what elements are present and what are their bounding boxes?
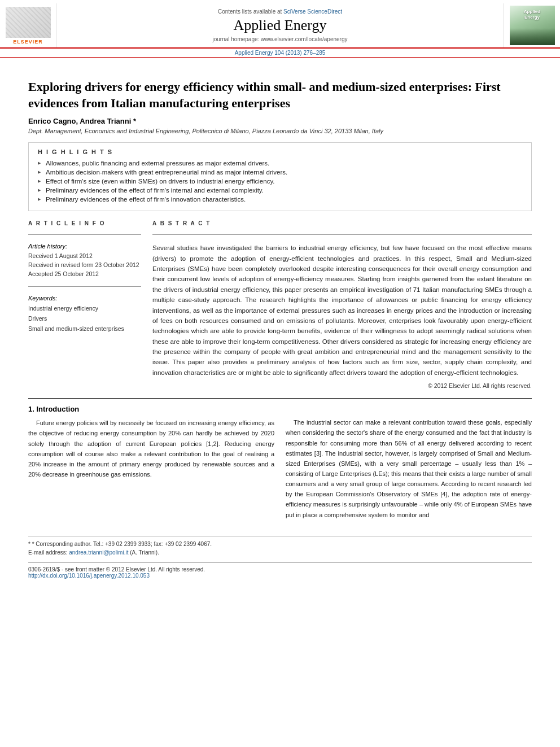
keyword-2: Drivers — [28, 314, 141, 324]
doi-line: http://dx.doi.org/10.1016/j.apenergy.201… — [28, 573, 205, 579]
highlight-item-4: Preliminary evidences of the effect of f… — [38, 187, 522, 194]
divider-2 — [28, 286, 141, 287]
sciverse-link[interactable]: SciVerse ScienceDirect — [283, 8, 342, 15]
footnote-email: E-mail address: andrea.trianni@polimi.it… — [28, 548, 532, 557]
keywords-title: Keywords: — [28, 295, 141, 302]
sciverse-line: Contents lists available at SciVerse Sci… — [218, 8, 342, 15]
section1-heading: 1. Introduction — [28, 405, 274, 413]
highlight-item-2: Ambitious decision-makers with great ent… — [38, 169, 522, 176]
doi-link[interactable]: http://dx.doi.org/10.1016/j.apenergy.201… — [28, 573, 150, 579]
journal-homepage: journal homepage: www.elsevier.com/locat… — [212, 36, 347, 42]
highlights-box: H I G H L I G H T S Allowances, public f… — [28, 142, 532, 211]
article-title: Exploring drivers for energy efficiency … — [28, 79, 532, 111]
footnote-area: * * Corresponding author. Tel.: +39 02 2… — [28, 536, 532, 557]
journal-header-center: Contents lists available at SciVerse Sci… — [56, 3, 504, 47]
abstract-label: A B S T R A C T — [152, 220, 532, 226]
divider-1 — [28, 234, 141, 235]
highlight-item-1: Allowances, public financing and externa… — [38, 160, 522, 167]
section1-left-text: Future energy policies will by necessity… — [28, 418, 274, 479]
body-col-left: 1. Introduction Future energy policies w… — [28, 405, 274, 524]
journal-top-bar: Applied Energy 104 (2013) 276–285 — [0, 49, 560, 58]
page: ELSEVIER Contents lists available at Sci… — [0, 0, 560, 590]
article-info-col: A R T I C L E I N F O Article history: R… — [28, 220, 141, 389]
history-item-1: Received 1 August 2012 — [28, 252, 141, 261]
sciverse-text: Contents lists available at — [218, 8, 283, 15]
footnote-asterisk: * — [28, 541, 32, 547]
history-item-2: Received in revised form 23 October 2012 — [28, 261, 141, 270]
keywords-section: Keywords: Industrial energy efficiency D… — [28, 295, 141, 334]
keyword-3: Small and medium-sized enterprises — [28, 324, 141, 334]
highlight-item-5: Preliminary evidences of the effect of f… — [38, 196, 522, 203]
applied-energy-logo-area: AppliedEnergy — [504, 3, 560, 47]
email-suffix: (A. Trianni). — [130, 549, 159, 556]
article-info-abstract: A R T I C L E I N F O Article history: R… — [28, 220, 532, 389]
article-affiliation: Dept. Management, Economics and Industri… — [28, 128, 532, 134]
article-history: Article history: Received 1 August 2012 … — [28, 243, 141, 278]
journal-title: Applied Energy — [234, 17, 327, 34]
elsevier-logo-image — [6, 7, 51, 38]
article-info-label: A R T I C L E I N F O — [28, 220, 141, 226]
highlight-item-3: Effect of firm's size (even within SMEs)… — [38, 178, 522, 185]
copyright-line: © 2012 Elsevier Ltd. All rights reserved… — [152, 382, 532, 389]
divider-3 — [152, 234, 532, 235]
applied-energy-logo: AppliedEnergy — [510, 6, 555, 45]
email-link[interactable]: andrea.trianni@polimi.it — [69, 549, 128, 556]
elsevier-logo: ELSEVIER — [6, 7, 51, 45]
highlights-list: Allowances, public financing and externa… — [38, 160, 522, 203]
section1-para-2: The industrial sector can make a relevan… — [286, 417, 532, 519]
authors-text: Enrico Cagno, Andrea Trianni * — [28, 117, 136, 125]
content-area: Exploring drivers for energy efficiency … — [0, 58, 560, 590]
elsevier-logo-area: ELSEVIER — [0, 3, 56, 47]
body-col-right: The industrial sector can make a relevan… — [286, 405, 532, 524]
issn-line: 0306-2619/$ - see front matter © 2012 El… — [28, 566, 205, 573]
bottom-info: 0306-2619/$ - see front matter © 2012 El… — [28, 566, 205, 579]
bottom-bar: 0306-2619/$ - see front matter © 2012 El… — [28, 562, 532, 579]
history-title: Article history: — [28, 243, 141, 250]
history-item-3: Accepted 25 October 2012 — [28, 270, 141, 279]
email-label: E-mail address: — [28, 549, 69, 556]
footnote-corresponding: * * Corresponding author. Tel.: +39 02 2… — [28, 540, 532, 548]
journal-header: ELSEVIER Contents lists available at Sci… — [0, 0, 560, 49]
body-section1: 1. Introduction Future energy policies w… — [28, 405, 532, 524]
article-authors: Enrico Cagno, Andrea Trianni * — [28, 117, 532, 125]
footnote-corresponding-text: * Corresponding author. Tel.: +39 02 239… — [32, 541, 212, 547]
ae-logo-text: AppliedEnergy — [524, 9, 540, 20]
keyword-1: Industrial energy efficiency — [28, 304, 141, 314]
section1-right-text: The industrial sector can make a relevan… — [286, 417, 532, 519]
abstract-text: Several studies have investigated the ba… — [152, 243, 532, 378]
elsevier-label: ELSEVIER — [13, 39, 43, 45]
section1-para-1: Future energy policies will by necessity… — [28, 418, 274, 479]
highlights-title: H I G H L I G H T S — [38, 148, 522, 155]
abstract-col: A B S T R A C T Several studies have inv… — [152, 220, 532, 389]
section-divider — [28, 398, 532, 399]
